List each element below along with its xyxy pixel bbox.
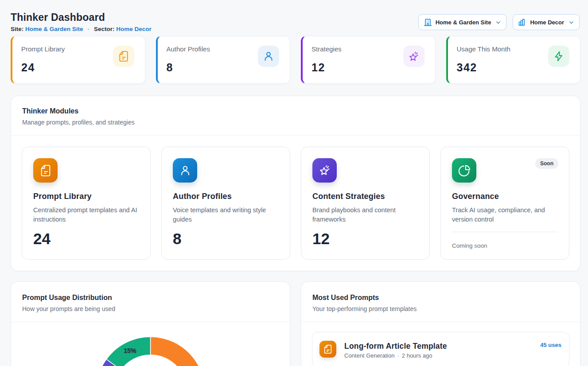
svg-text:15%: 15% xyxy=(124,347,136,354)
